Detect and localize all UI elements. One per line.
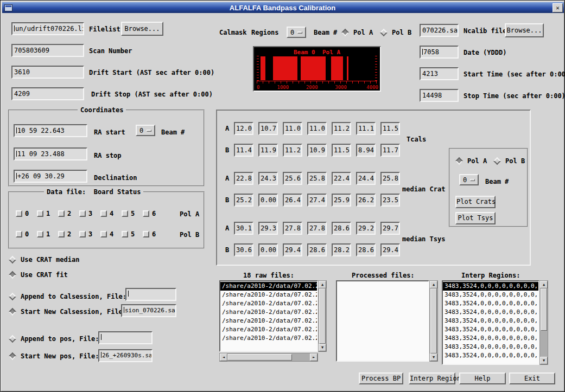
interp-region-item[interactable]: 3483,3524,0,0,0,0,0,0,0,0, bbox=[443, 343, 538, 351]
crat-b-2[interactable]: 26.4 bbox=[283, 194, 302, 207]
scrollbar-trough[interactable] bbox=[540, 288, 548, 357]
append-calsession-field[interactable] bbox=[125, 288, 176, 301]
tsys-a-3[interactable]: 27.8 bbox=[307, 222, 327, 235]
start-pos-field[interactable]: 26_+260930s.sav bbox=[98, 349, 153, 362]
board-a-2[interactable]: 2 bbox=[58, 210, 71, 217]
processed-files-vscrollbar[interactable]: ▲ ▼ bbox=[429, 280, 438, 362]
interp-region-button[interactable]: Interp Region bbox=[409, 372, 455, 384]
raw-file-item[interactable]: /share/a2010-2/data/07.02.26 bbox=[220, 317, 317, 325]
window-menu-icon[interactable] bbox=[4, 4, 12, 11]
use-crat-median-radio[interactable]: Use CRAT median bbox=[10, 255, 79, 264]
raw-file-item[interactable]: /share/a2010-2/data/07.02.26 bbox=[220, 299, 317, 308]
tsys-b-4[interactable]: 28.2 bbox=[332, 243, 351, 256]
board-a-5[interactable]: 5 bbox=[122, 210, 135, 217]
interp-region-item[interactable]: 3483,3524,0,0,0,0,0,0,0,0, bbox=[443, 308, 538, 317]
scan-number-field[interactable]: 705803609 bbox=[11, 44, 84, 57]
tcal-a-4[interactable]: 11.2 bbox=[332, 122, 351, 135]
board-a-6[interactable]: 6 bbox=[143, 210, 156, 217]
raw-file-item[interactable]: /share/a2010-2/data/07.02.26 bbox=[220, 325, 317, 334]
tsys-a-5[interactable]: 29.2 bbox=[356, 222, 376, 235]
interp-region-item[interactable]: 3483,3524,0,0,0,0,0,0,0,0, bbox=[443, 334, 538, 343]
raw-files-list[interactable]: /share/a2010-2/data/07.02.26 /share/a201… bbox=[219, 280, 318, 352]
crat-a-3[interactable]: 25.8 bbox=[307, 172, 327, 185]
board-b-0[interactable]: 0 bbox=[16, 230, 29, 238]
tsys-b-3[interactable]: 28.6 bbox=[307, 243, 327, 256]
date-field[interactable]: 7058 bbox=[420, 46, 459, 59]
tsys-a-2[interactable]: 27.8 bbox=[283, 222, 302, 235]
crat-b-3[interactable]: 27.4 bbox=[307, 194, 327, 207]
interp-region-item[interactable]: 3483,3524,0,0,0,0,0,0,0,0, bbox=[443, 351, 538, 360]
tcal-b-6[interactable]: 11.7 bbox=[380, 144, 400, 157]
filelist-field[interactable]: un/udrift070226.list bbox=[11, 22, 84, 35]
crat-b-6[interactable]: 23.5 bbox=[380, 194, 400, 207]
crat-b-4[interactable]: 25.9 bbox=[332, 194, 351, 207]
scrollbar-thumb[interactable] bbox=[430, 288, 437, 354]
board-b-1[interactable]: 1 bbox=[37, 230, 50, 238]
panel-pol-b-radio[interactable]: Pol B bbox=[494, 157, 525, 165]
tcal-a-0[interactable]: 12.0 bbox=[234, 122, 253, 135]
crat-b-5[interactable]: 26.2 bbox=[356, 194, 376, 207]
tcal-b-3[interactable]: 10.9 bbox=[307, 144, 327, 157]
scroll-left-icon[interactable]: ◄ bbox=[220, 354, 227, 361]
append-pos-radio[interactable]: Append to pos, File: bbox=[10, 335, 99, 343]
tcal-b-2[interactable]: 11.2 bbox=[283, 144, 302, 157]
start-calsession-radio[interactable]: Start New Calsession, File: bbox=[10, 307, 126, 316]
ncalib-file-field[interactable]: 070226.sav bbox=[420, 24, 459, 37]
board-b-3[interactable]: 3 bbox=[79, 230, 92, 238]
close-icon[interactable]: ✕ bbox=[553, 3, 563, 12]
calmask-plot[interactable]: Beam 0 Pol A 0 1000 2000 3000 4000 bbox=[253, 46, 381, 92]
board-a-1[interactable]: 1 bbox=[37, 210, 50, 217]
drift-stop-field[interactable]: 4209 bbox=[11, 87, 84, 100]
crat-a-4[interactable]: 22.4 bbox=[332, 172, 351, 185]
raw-files-hscrollbar[interactable]: ◄ ► bbox=[219, 353, 318, 362]
crat-a-0[interactable]: 22.8 bbox=[234, 172, 253, 185]
scroll-down-icon[interactable]: ▼ bbox=[540, 357, 548, 364]
titlebar[interactable]: ALFALFA Bandpass Calibration ✕ bbox=[2, 2, 564, 13]
scrollbar-trough[interactable] bbox=[319, 288, 326, 344]
process-bp-button[interactable]: Process BP bbox=[359, 372, 403, 384]
ra-stop-field[interactable]: 11 09 23.488 bbox=[14, 147, 87, 160]
interp-region-item[interactable]: 3483,3524,0,0,0,0,0,0,0,0, bbox=[443, 317, 538, 325]
scroll-down-icon[interactable]: ▼ bbox=[430, 354, 437, 361]
scrollbar-thumb[interactable] bbox=[541, 288, 547, 331]
calmask-pol-a-radio[interactable]: Pol A bbox=[342, 28, 373, 36]
tcal-a-2[interactable]: 11.0 bbox=[283, 122, 302, 135]
append-pos-field[interactable] bbox=[98, 331, 153, 344]
raw-file-item[interactable]: /share/a2010-2/data/07.02.26 bbox=[220, 291, 317, 299]
scrollbar-thumb[interactable] bbox=[319, 288, 326, 344]
stop-time-field[interactable]: 14498 bbox=[420, 89, 459, 102]
crat-b-1[interactable]: 0.00 bbox=[258, 194, 278, 207]
crat-a-1[interactable]: 24.3 bbox=[258, 172, 278, 185]
tsys-b-1[interactable]: 0.00 bbox=[258, 243, 278, 256]
ra-start-field[interactable]: 10 59 22.643 bbox=[14, 124, 87, 137]
append-calsession-radio[interactable]: Append to Calsession, File: bbox=[10, 292, 126, 300]
help-button[interactable]: Help bbox=[459, 372, 506, 384]
plot-crats-button[interactable]: Plot Crats bbox=[455, 196, 496, 208]
tsys-a-4[interactable]: 28.6 bbox=[332, 222, 351, 235]
start-time-field[interactable]: 4213 bbox=[420, 67, 459, 80]
coordinates-beam-dropdown[interactable]: 0 bbox=[136, 125, 155, 136]
interp-regions-vscrollbar[interactable]: ▲ ▼ bbox=[539, 280, 548, 365]
crat-b-0[interactable]: 25.2 bbox=[234, 194, 253, 207]
scroll-up-icon[interactable]: ▲ bbox=[430, 281, 437, 288]
interp-regions-list[interactable]: 3483,3524,0,0,0,0,0,0,0,0, 3483,3524,0,0… bbox=[442, 280, 539, 365]
board-b-6[interactable]: 6 bbox=[143, 230, 156, 238]
crat-a-5[interactable]: 24.4 bbox=[356, 172, 376, 185]
panel-pol-a-radio[interactable]: Pol A bbox=[456, 157, 487, 165]
tsys-b-0[interactable]: 30.6 bbox=[234, 243, 253, 256]
start-pos-radio[interactable]: Start New pos, File: bbox=[10, 352, 99, 360]
processed-files-list[interactable] bbox=[336, 280, 429, 362]
scrollbar-trough[interactable] bbox=[227, 354, 310, 361]
raw-file-item[interactable]: /share/a2010-2/data/07.02.26 bbox=[220, 282, 317, 291]
exit-button[interactable]: Exit bbox=[509, 372, 555, 384]
board-a-4[interactable]: 4 bbox=[100, 210, 113, 217]
start-calsession-field[interactable]: sion_070226.sav bbox=[121, 304, 176, 317]
interp-region-item[interactable]: 3483,3524,0,0,0,0,0,0,0,0, bbox=[443, 299, 538, 308]
board-b-5[interactable]: 5 bbox=[122, 230, 135, 238]
panel-beam-dropdown[interactable]: 0 bbox=[459, 174, 479, 185]
raw-file-item[interactable]: /share/a2010-2/data/07.02.26 bbox=[220, 308, 317, 317]
tcal-b-4[interactable]: 11.5 bbox=[332, 144, 351, 157]
plot-tsys-button[interactable]: Plot Tsys bbox=[455, 212, 496, 224]
scrollbar-thumb[interactable] bbox=[227, 354, 292, 361]
regions-dropdown[interactable]: 0 bbox=[287, 27, 306, 38]
